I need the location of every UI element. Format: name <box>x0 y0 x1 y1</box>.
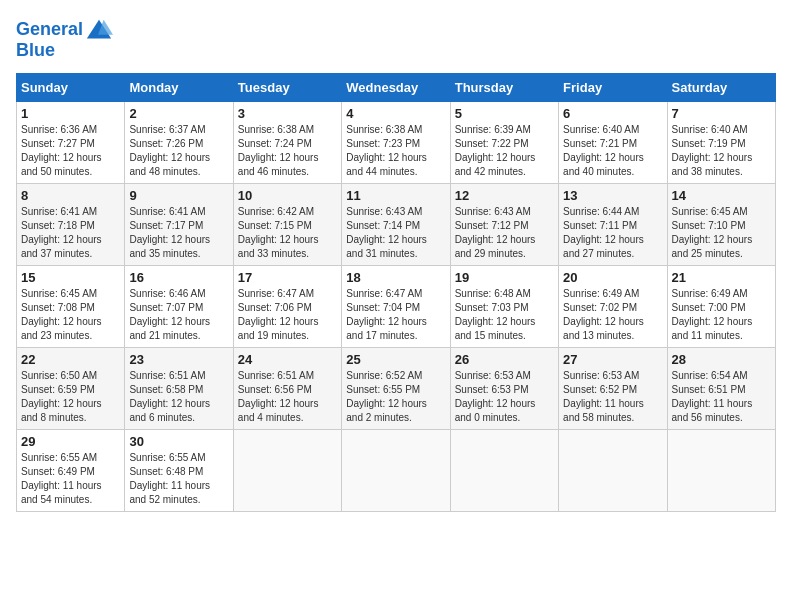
day-number: 28 <box>672 352 771 367</box>
weekday-header-wednesday: Wednesday <box>342 74 450 102</box>
calendar-cell: 21Sunrise: 6:49 AM Sunset: 7:00 PM Dayli… <box>667 266 775 348</box>
day-info: Sunrise: 6:41 AM Sunset: 7:18 PM Dayligh… <box>21 205 120 261</box>
weekday-header-tuesday: Tuesday <box>233 74 341 102</box>
calendar-cell: 11Sunrise: 6:43 AM Sunset: 7:14 PM Dayli… <box>342 184 450 266</box>
day-number: 15 <box>21 270 120 285</box>
calendar-cell <box>342 430 450 512</box>
calendar-cell: 2Sunrise: 6:37 AM Sunset: 7:26 PM Daylig… <box>125 102 233 184</box>
calendar-cell: 4Sunrise: 6:38 AM Sunset: 7:23 PM Daylig… <box>342 102 450 184</box>
day-number: 21 <box>672 270 771 285</box>
day-info: Sunrise: 6:44 AM Sunset: 7:11 PM Dayligh… <box>563 205 662 261</box>
calendar-cell: 19Sunrise: 6:48 AM Sunset: 7:03 PM Dayli… <box>450 266 558 348</box>
day-info: Sunrise: 6:45 AM Sunset: 7:08 PM Dayligh… <box>21 287 120 343</box>
header: General Blue <box>16 16 776 61</box>
calendar-cell: 15Sunrise: 6:45 AM Sunset: 7:08 PM Dayli… <box>17 266 125 348</box>
calendar-cell: 29Sunrise: 6:55 AM Sunset: 6:49 PM Dayli… <box>17 430 125 512</box>
weekday-header-friday: Friday <box>559 74 667 102</box>
day-number: 25 <box>346 352 445 367</box>
day-number: 22 <box>21 352 120 367</box>
calendar-cell: 6Sunrise: 6:40 AM Sunset: 7:21 PM Daylig… <box>559 102 667 184</box>
calendar-cell: 27Sunrise: 6:53 AM Sunset: 6:52 PM Dayli… <box>559 348 667 430</box>
calendar-week-5: 29Sunrise: 6:55 AM Sunset: 6:49 PM Dayli… <box>17 430 776 512</box>
day-number: 10 <box>238 188 337 203</box>
day-number: 18 <box>346 270 445 285</box>
day-number: 19 <box>455 270 554 285</box>
day-number: 7 <box>672 106 771 121</box>
calendar-cell: 5Sunrise: 6:39 AM Sunset: 7:22 PM Daylig… <box>450 102 558 184</box>
weekday-header-saturday: Saturday <box>667 74 775 102</box>
day-number: 17 <box>238 270 337 285</box>
calendar-week-2: 8Sunrise: 6:41 AM Sunset: 7:18 PM Daylig… <box>17 184 776 266</box>
day-info: Sunrise: 6:53 AM Sunset: 6:53 PM Dayligh… <box>455 369 554 425</box>
day-info: Sunrise: 6:40 AM Sunset: 7:21 PM Dayligh… <box>563 123 662 179</box>
calendar-cell: 17Sunrise: 6:47 AM Sunset: 7:06 PM Dayli… <box>233 266 341 348</box>
weekday-header-thursday: Thursday <box>450 74 558 102</box>
day-info: Sunrise: 6:54 AM Sunset: 6:51 PM Dayligh… <box>672 369 771 425</box>
day-number: 27 <box>563 352 662 367</box>
day-info: Sunrise: 6:53 AM Sunset: 6:52 PM Dayligh… <box>563 369 662 425</box>
day-info: Sunrise: 6:37 AM Sunset: 7:26 PM Dayligh… <box>129 123 228 179</box>
day-info: Sunrise: 6:52 AM Sunset: 6:55 PM Dayligh… <box>346 369 445 425</box>
day-number: 29 <box>21 434 120 449</box>
weekday-header-sunday: Sunday <box>17 74 125 102</box>
calendar-cell: 8Sunrise: 6:41 AM Sunset: 7:18 PM Daylig… <box>17 184 125 266</box>
calendar-cell: 14Sunrise: 6:45 AM Sunset: 7:10 PM Dayli… <box>667 184 775 266</box>
calendar-cell: 9Sunrise: 6:41 AM Sunset: 7:17 PM Daylig… <box>125 184 233 266</box>
day-number: 24 <box>238 352 337 367</box>
day-number: 1 <box>21 106 120 121</box>
logo: General Blue <box>16 16 113 61</box>
day-info: Sunrise: 6:49 AM Sunset: 7:00 PM Dayligh… <box>672 287 771 343</box>
calendar-cell: 3Sunrise: 6:38 AM Sunset: 7:24 PM Daylig… <box>233 102 341 184</box>
calendar-cell: 26Sunrise: 6:53 AM Sunset: 6:53 PM Dayli… <box>450 348 558 430</box>
day-info: Sunrise: 6:43 AM Sunset: 7:12 PM Dayligh… <box>455 205 554 261</box>
calendar-cell: 23Sunrise: 6:51 AM Sunset: 6:58 PM Dayli… <box>125 348 233 430</box>
day-info: Sunrise: 6:43 AM Sunset: 7:14 PM Dayligh… <box>346 205 445 261</box>
day-info: Sunrise: 6:47 AM Sunset: 7:06 PM Dayligh… <box>238 287 337 343</box>
day-number: 2 <box>129 106 228 121</box>
calendar-header-row: SundayMondayTuesdayWednesdayThursdayFrid… <box>17 74 776 102</box>
day-info: Sunrise: 6:38 AM Sunset: 7:23 PM Dayligh… <box>346 123 445 179</box>
day-number: 5 <box>455 106 554 121</box>
day-number: 6 <box>563 106 662 121</box>
day-info: Sunrise: 6:50 AM Sunset: 6:59 PM Dayligh… <box>21 369 120 425</box>
day-number: 3 <box>238 106 337 121</box>
calendar-cell: 12Sunrise: 6:43 AM Sunset: 7:12 PM Dayli… <box>450 184 558 266</box>
logo-icon <box>85 16 113 44</box>
day-info: Sunrise: 6:40 AM Sunset: 7:19 PM Dayligh… <box>672 123 771 179</box>
calendar-table: SundayMondayTuesdayWednesdayThursdayFrid… <box>16 73 776 512</box>
day-info: Sunrise: 6:51 AM Sunset: 6:56 PM Dayligh… <box>238 369 337 425</box>
day-info: Sunrise: 6:46 AM Sunset: 7:07 PM Dayligh… <box>129 287 228 343</box>
calendar-week-3: 15Sunrise: 6:45 AM Sunset: 7:08 PM Dayli… <box>17 266 776 348</box>
calendar-cell: 22Sunrise: 6:50 AM Sunset: 6:59 PM Dayli… <box>17 348 125 430</box>
day-info: Sunrise: 6:45 AM Sunset: 7:10 PM Dayligh… <box>672 205 771 261</box>
page-container: General Blue SundayMondayTuesdayWednesda… <box>0 0 792 520</box>
calendar-cell: 24Sunrise: 6:51 AM Sunset: 6:56 PM Dayli… <box>233 348 341 430</box>
calendar-cell: 16Sunrise: 6:46 AM Sunset: 7:07 PM Dayli… <box>125 266 233 348</box>
calendar-cell: 7Sunrise: 6:40 AM Sunset: 7:19 PM Daylig… <box>667 102 775 184</box>
calendar-cell <box>450 430 558 512</box>
day-number: 14 <box>672 188 771 203</box>
day-info: Sunrise: 6:55 AM Sunset: 6:48 PM Dayligh… <box>129 451 228 507</box>
calendar-cell <box>233 430 341 512</box>
day-number: 30 <box>129 434 228 449</box>
calendar-week-4: 22Sunrise: 6:50 AM Sunset: 6:59 PM Dayli… <box>17 348 776 430</box>
day-info: Sunrise: 6:48 AM Sunset: 7:03 PM Dayligh… <box>455 287 554 343</box>
day-info: Sunrise: 6:51 AM Sunset: 6:58 PM Dayligh… <box>129 369 228 425</box>
calendar-cell: 30Sunrise: 6:55 AM Sunset: 6:48 PM Dayli… <box>125 430 233 512</box>
day-info: Sunrise: 6:41 AM Sunset: 7:17 PM Dayligh… <box>129 205 228 261</box>
day-info: Sunrise: 6:49 AM Sunset: 7:02 PM Dayligh… <box>563 287 662 343</box>
day-number: 9 <box>129 188 228 203</box>
calendar-body: 1Sunrise: 6:36 AM Sunset: 7:27 PM Daylig… <box>17 102 776 512</box>
day-number: 16 <box>129 270 228 285</box>
calendar-cell: 28Sunrise: 6:54 AM Sunset: 6:51 PM Dayli… <box>667 348 775 430</box>
calendar-cell: 10Sunrise: 6:42 AM Sunset: 7:15 PM Dayli… <box>233 184 341 266</box>
calendar-cell: 18Sunrise: 6:47 AM Sunset: 7:04 PM Dayli… <box>342 266 450 348</box>
calendar-cell: 13Sunrise: 6:44 AM Sunset: 7:11 PM Dayli… <box>559 184 667 266</box>
day-info: Sunrise: 6:55 AM Sunset: 6:49 PM Dayligh… <box>21 451 120 507</box>
day-info: Sunrise: 6:36 AM Sunset: 7:27 PM Dayligh… <box>21 123 120 179</box>
day-info: Sunrise: 6:42 AM Sunset: 7:15 PM Dayligh… <box>238 205 337 261</box>
day-info: Sunrise: 6:38 AM Sunset: 7:24 PM Dayligh… <box>238 123 337 179</box>
day-number: 4 <box>346 106 445 121</box>
calendar-cell: 20Sunrise: 6:49 AM Sunset: 7:02 PM Dayli… <box>559 266 667 348</box>
calendar-cell: 25Sunrise: 6:52 AM Sunset: 6:55 PM Dayli… <box>342 348 450 430</box>
